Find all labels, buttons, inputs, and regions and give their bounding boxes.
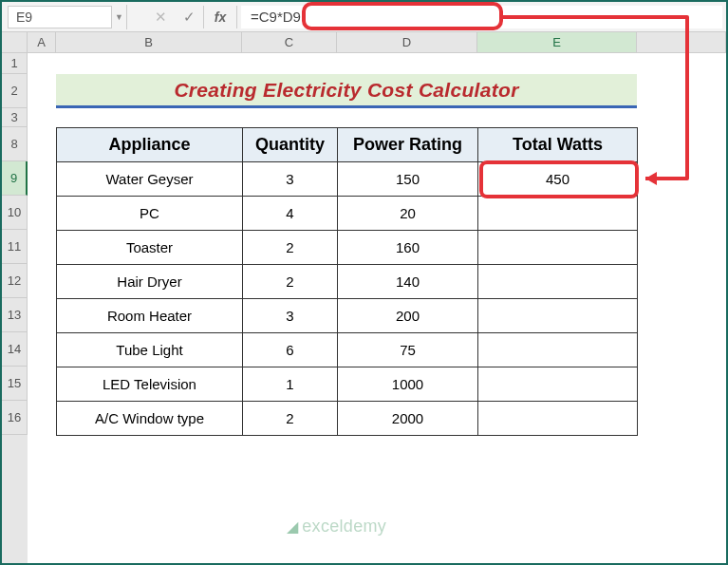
table-row: Hair Dryer2140 xyxy=(57,265,638,299)
cell-total_watts[interactable] xyxy=(478,299,638,333)
cell-appliance[interactable]: Tube Light xyxy=(57,333,243,367)
cell-appliance[interactable]: Room Heater xyxy=(57,299,243,333)
cell-total_watts[interactable] xyxy=(478,265,638,299)
cell-quantity[interactable]: 4 xyxy=(243,197,338,231)
cell-appliance[interactable]: Water Geyser xyxy=(57,162,243,197)
col-header-B[interactable]: B xyxy=(56,32,242,52)
row-header-10[interactable]: 10 xyxy=(2,196,28,230)
cell-total_watts[interactable] xyxy=(478,367,638,402)
col-header-D[interactable]: D xyxy=(337,32,477,52)
row-header-3[interactable]: 3 xyxy=(2,108,28,127)
cell-appliance[interactable]: LED Television xyxy=(57,367,243,402)
table-row: Tube Light675 xyxy=(57,333,638,367)
cancel-formula-icon[interactable]: ✕ xyxy=(146,9,175,26)
table-row: LED Television11000 xyxy=(57,367,638,402)
cell-quantity[interactable]: 3 xyxy=(243,162,338,197)
cell-quantity[interactable]: 2 xyxy=(243,265,338,299)
column-headers: A B C D E xyxy=(2,32,726,53)
row-header-16[interactable]: 16 xyxy=(2,401,28,435)
cell-appliance[interactable]: Hair Dryer xyxy=(57,265,243,299)
cell-appliance[interactable]: Toaster xyxy=(57,231,243,265)
row-header-8[interactable]: 8 xyxy=(2,127,28,161)
row-header-11[interactable]: 11 xyxy=(2,230,28,264)
cell-power_rating[interactable]: 75 xyxy=(338,333,478,367)
cell-total_watts[interactable] xyxy=(478,197,638,231)
row-headers: 1 2 3 8 9 10 11 12 13 14 15 16 xyxy=(2,53,28,563)
watermark-icon: ◢ xyxy=(287,518,298,536)
col-header-E[interactable]: E xyxy=(477,32,637,52)
data-table: Appliance Quantity Power Rating Total Wa… xyxy=(56,127,638,436)
cell-power_rating[interactable]: 2000 xyxy=(338,402,478,436)
col-header-C[interactable]: C xyxy=(242,32,337,52)
table-row: Room Heater3200 xyxy=(57,299,638,333)
cell-quantity[interactable]: 2 xyxy=(243,231,338,265)
table-row: A/C Window type22000 xyxy=(57,402,638,436)
th-appliance[interactable]: Appliance xyxy=(57,128,243,162)
confirm-formula-icon[interactable]: ✓ xyxy=(175,9,203,26)
cell-power_rating[interactable]: 200 xyxy=(338,299,478,333)
sheet-area: 1 2 3 8 9 10 11 12 13 14 15 16 Creating … xyxy=(2,53,726,563)
page-title: Creating Electricity Cost Calculator xyxy=(56,74,637,108)
select-all-corner[interactable] xyxy=(2,32,28,52)
cell-total_watts[interactable] xyxy=(478,231,638,265)
cell-appliance[interactable]: A/C Window type xyxy=(57,402,243,436)
table-row: Toaster2160 xyxy=(57,231,638,265)
grid[interactable]: Creating Electricity Cost Calculator App… xyxy=(28,53,726,563)
watermark-text: exceldemy xyxy=(302,517,386,537)
cell-total_watts[interactable] xyxy=(478,402,638,436)
row-header-1[interactable]: 1 xyxy=(2,53,28,74)
cell-quantity[interactable]: 1 xyxy=(243,367,338,402)
th-power-rating[interactable]: Power Rating xyxy=(338,128,478,162)
row-header-2[interactable]: 2 xyxy=(2,74,28,108)
table-header-row: Appliance Quantity Power Rating Total Wa… xyxy=(57,128,638,162)
th-quantity[interactable]: Quantity xyxy=(243,128,338,162)
th-total-watts[interactable]: Total Watts xyxy=(478,128,638,162)
row-header-13[interactable]: 13 xyxy=(2,298,28,332)
fx-label[interactable]: fx xyxy=(203,6,237,28)
watermark: ◢ exceldemy xyxy=(287,517,386,537)
cell-power_rating[interactable]: 150 xyxy=(338,162,478,197)
row-header-12[interactable]: 12 xyxy=(2,264,28,298)
cell-quantity[interactable]: 2 xyxy=(243,402,338,436)
row-header-9[interactable]: 9 xyxy=(2,161,28,196)
row-header-15[interactable]: 15 xyxy=(2,367,28,401)
cell-total_watts[interactable]: 450 xyxy=(478,162,638,197)
name-box-dropdown-icon[interactable]: ▼ xyxy=(112,5,127,29)
cell-appliance[interactable]: PC xyxy=(57,197,243,231)
cell-quantity[interactable]: 3 xyxy=(243,299,338,333)
cell-quantity[interactable]: 6 xyxy=(243,333,338,367)
app-frame: E9 ▼ ✕ ✓ fx A B C D E 1 2 3 8 9 10 11 12… xyxy=(0,0,728,565)
col-header-blank xyxy=(637,32,726,52)
row-header-14[interactable]: 14 xyxy=(2,332,28,367)
col-header-A[interactable]: A xyxy=(28,32,56,52)
cell-power_rating[interactable]: 1000 xyxy=(338,367,478,402)
formula-bar: E9 ▼ ✕ ✓ fx xyxy=(2,2,726,32)
cell-total_watts[interactable] xyxy=(478,333,638,367)
cell-power_rating[interactable]: 160 xyxy=(338,231,478,265)
name-box[interactable]: E9 xyxy=(8,6,112,28)
cell-power_rating[interactable]: 20 xyxy=(338,197,478,231)
formula-input[interactable] xyxy=(241,6,722,28)
table-row: Water Geyser3150450 xyxy=(57,162,638,197)
cell-power_rating[interactable]: 140 xyxy=(338,265,478,299)
table-row: PC420 xyxy=(57,197,638,231)
